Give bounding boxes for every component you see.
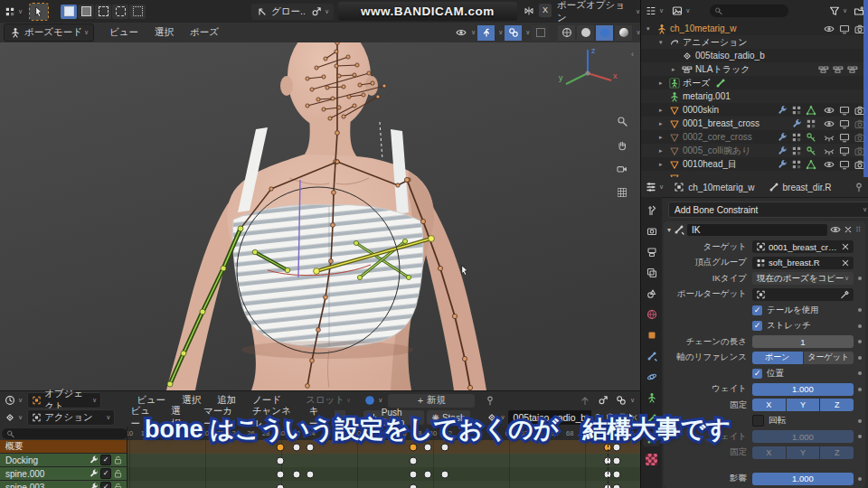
expand-arrow-icon[interactable]: ▸: [659, 161, 668, 168]
segment-ターゲット[interactable]: ターゲット: [804, 352, 854, 364]
tab-output[interactable]: [643, 244, 660, 259]
snap-icon[interactable]: [597, 394, 609, 407]
keyframe[interactable]: [277, 483, 285, 488]
wrench-icon[interactable]: [777, 132, 788, 143]
animate-dot[interactable]: [858, 477, 862, 481]
menu-select[interactable]: 選択: [146, 26, 182, 39]
mute-eye-icon[interactable]: [830, 223, 841, 236]
editor-type-icon[interactable]: [645, 181, 657, 193]
pose-options-dropdown[interactable]: ポーズオプション ∨: [557, 0, 640, 24]
outliner-row[interactable]: metarig.001: [641, 89, 868, 103]
outliner-item-label[interactable]: アニメーション: [683, 36, 747, 49]
animate-dot[interactable]: [858, 371, 862, 375]
keyframe[interactable]: [293, 470, 301, 478]
nla-icon[interactable]: [818, 64, 829, 75]
monitor-icon[interactable]: [839, 159, 850, 170]
keyframe[interactable]: [424, 470, 432, 478]
eye-icon[interactable]: [824, 23, 835, 34]
editor-type-icon[interactable]: [4, 411, 16, 424]
keyframe[interactable]: [613, 470, 621, 478]
shading-rendered[interactable]: [615, 25, 632, 41]
select-mode-circle[interactable]: [95, 5, 111, 19]
nla-icon[interactable]: [847, 64, 858, 75]
breadcrumb-bone[interactable]: breast_dir.R: [783, 183, 832, 192]
tab-physics[interactable]: [643, 369, 660, 384]
shading-material[interactable]: [596, 25, 613, 41]
monitor-icon[interactable]: [839, 118, 850, 129]
keyframe[interactable]: [613, 456, 621, 465]
lock-y-button[interactable]: Y: [787, 399, 820, 411]
tab-object-constraints[interactable]: [643, 348, 660, 363]
display-mode-icon[interactable]: [645, 5, 657, 17]
select-mode-lasso[interactable]: [112, 5, 128, 19]
outliner-item-label[interactable]: 005taiso_radio_b: [695, 51, 765, 61]
animate-dot[interactable]: [858, 419, 862, 423]
outliner-item-label[interactable]: 0001_breast_cross: [683, 118, 760, 128]
xray-toggle[interactable]: [532, 25, 549, 41]
keyframe[interactable]: [441, 470, 449, 478]
dropdown-field[interactable]: 現在のポーズをコピー∨: [752, 272, 854, 285]
tab-object[interactable]: [643, 327, 660, 343]
segment-ボーン[interactable]: ボーン: [752, 352, 803, 364]
x-icon[interactable]: [841, 242, 850, 251]
object-field[interactable]: soft_breast.R: [752, 257, 854, 269]
lock-x-button[interactable]: X: [752, 399, 786, 411]
overlay-icon[interactable]: [615, 394, 627, 407]
checkbox[interactable]: ✓: [752, 305, 762, 315]
outliner-item-label[interactable]: 0010head_目: [683, 158, 737, 171]
lock-z-button[interactable]: Z: [820, 446, 854, 459]
animate-dot[interactable]: [858, 435, 862, 438]
lock-icon[interactable]: [113, 483, 123, 488]
outliner-item-label[interactable]: ch_10metarig_w: [670, 23, 736, 33]
mode-dropdown[interactable]: ポーズモード ∨: [4, 23, 94, 42]
x-icon[interactable]: [841, 258, 850, 267]
outliner-row[interactable]: ▾アニメーション: [641, 35, 868, 49]
shading-solid[interactable]: [577, 25, 594, 41]
pin-icon[interactable]: [853, 181, 865, 193]
channel-enable-checkbox[interactable]: ✓: [100, 468, 111, 479]
tab-world[interactable]: [643, 306, 660, 322]
tab-render[interactable]: [643, 223, 660, 239]
vgroup-icon[interactable]: [806, 159, 816, 170]
expand-arrow-icon[interactable]: ▸: [659, 80, 668, 87]
collapse-arrow-icon[interactable]: ▾: [646, 25, 656, 33]
checkbox[interactable]: ✓: [752, 321, 762, 331]
outliner-item-label[interactable]: 0005_colli腕あり: [683, 145, 751, 157]
eye-closed-icon[interactable]: [824, 132, 835, 143]
select-mode-tweak[interactable]: [61, 5, 77, 19]
eye-closed-icon[interactable]: [824, 145, 835, 156]
eye-icon[interactable]: [824, 105, 835, 116]
pole-target-field[interactable]: [752, 288, 854, 301]
tab-view-layer[interactable]: [643, 265, 660, 280]
mirror-x-toggle[interactable]: X: [539, 4, 552, 17]
show-gizmo-icon[interactable]: [455, 26, 467, 39]
wrench-icon[interactable]: [777, 105, 788, 116]
outliner-row[interactable]: 005taiso_radio_b: [641, 49, 868, 62]
viewport-3d[interactable]: z y x ‹: [0, 42, 640, 390]
slider-ウェイト[interactable]: 1.000: [752, 430, 854, 443]
channel-Docking[interactable]: Docking✓: [0, 454, 127, 467]
keyframe[interactable]: [307, 470, 315, 478]
collapse-arrow-icon[interactable]: ▾: [659, 39, 668, 46]
ortho-grid-icon[interactable]: [616, 186, 628, 199]
lock-y-button[interactable]: Y: [787, 446, 820, 459]
wrench-icon[interactable]: [791, 118, 802, 129]
channel-search-input[interactable]: [2, 428, 127, 439]
camera-view-icon[interactable]: [616, 163, 628, 175]
outliner-row[interactable]: ▸0001_breast_cross: [641, 117, 868, 130]
lock-x-button[interactable]: X: [752, 446, 786, 459]
outliner-item-label[interactable]: 0002_core_cross: [683, 132, 752, 142]
tab-tool[interactable]: [643, 202, 660, 218]
eyedropper-icon[interactable]: [840, 289, 850, 299]
checkbox[interactable]: ✓: [752, 369, 762, 379]
keyframe[interactable]: [410, 470, 418, 478]
dots-icon[interactable]: [791, 145, 802, 156]
tab-scene[interactable]: [643, 286, 660, 301]
dots-icon[interactable]: [806, 118, 816, 129]
key-icon[interactable]: [806, 132, 816, 143]
menu-pose[interactable]: ポーズ: [182, 26, 227, 39]
animate-dot[interactable]: [858, 356, 862, 360]
tab-texture[interactable]: [643, 452, 660, 467]
outliner-row[interactable]: ▸0002_core_cross: [641, 130, 868, 144]
eye-icon[interactable]: [824, 118, 835, 129]
